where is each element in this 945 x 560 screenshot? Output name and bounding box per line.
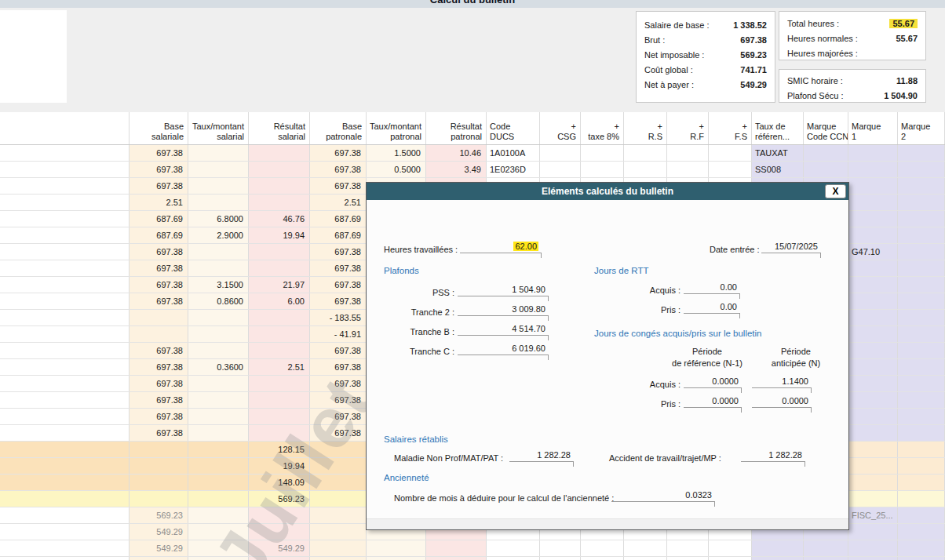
- table-cell[interactable]: [898, 491, 945, 507]
- table-cell[interactable]: [709, 557, 752, 560]
- table-cell[interactable]: [249, 376, 310, 391]
- table-cell[interactable]: 549.29: [130, 524, 188, 540]
- table-cell[interactable]: [0, 409, 130, 424]
- table-cell[interactable]: [898, 343, 945, 358]
- table-cell[interactable]: [249, 343, 310, 358]
- table-cell[interactable]: [752, 557, 804, 560]
- table-cell[interactable]: [898, 145, 945, 161]
- table-cell[interactable]: 2.51: [310, 195, 367, 210]
- table-cell[interactable]: [898, 178, 945, 194]
- table-cell[interactable]: [581, 557, 624, 560]
- table-cell[interactable]: 697.38: [310, 343, 367, 358]
- table-cell[interactable]: [898, 425, 945, 441]
- table-cell[interactable]: 2.51: [130, 195, 188, 210]
- table-cell[interactable]: [848, 227, 898, 243]
- table-cell[interactable]: 697.38: [130, 376, 188, 391]
- table-cell[interactable]: [898, 293, 945, 309]
- table-cell[interactable]: [848, 178, 898, 194]
- table-cell[interactable]: [898, 211, 945, 227]
- rtt-pris-field[interactable]: 0.00: [684, 301, 739, 314]
- table-cell[interactable]: 1.5000: [367, 145, 426, 161]
- table-cell[interactable]: [848, 260, 898, 276]
- table-cell[interactable]: [898, 409, 945, 424]
- table-cell[interactable]: [898, 392, 945, 408]
- table-cell[interactable]: [249, 178, 310, 194]
- table-cell[interactable]: [188, 392, 249, 408]
- table-cell[interactable]: 10.46: [426, 145, 487, 161]
- table-cell[interactable]: 19.94: [249, 227, 310, 243]
- table-cell[interactable]: 697.38: [130, 359, 188, 375]
- table-cell[interactable]: 697.38: [130, 392, 188, 408]
- table-cell[interactable]: [249, 310, 310, 325]
- table-cell[interactable]: [0, 178, 130, 194]
- table-cell[interactable]: [848, 277, 898, 293]
- table-cell[interactable]: 1E0236D: [487, 162, 540, 177]
- table-cell[interactable]: [0, 359, 130, 375]
- table-cell[interactable]: [898, 326, 945, 342]
- table-cell[interactable]: G47.10: [848, 244, 898, 260]
- table-cell[interactable]: [426, 557, 487, 560]
- table-cell[interactable]: [804, 145, 848, 161]
- table-cell[interactable]: [898, 442, 945, 457]
- table-cell[interactable]: 0.8600: [188, 293, 249, 309]
- table-cell[interactable]: [310, 557, 367, 560]
- table-cell[interactable]: FISC_25...: [848, 507, 898, 523]
- pss-field[interactable]: 1 504.90: [458, 284, 548, 296]
- close-icon[interactable]: X: [825, 184, 846, 198]
- table-cell[interactable]: [898, 260, 945, 276]
- table-cell[interactable]: [709, 540, 752, 556]
- table-cell[interactable]: [898, 359, 945, 375]
- table-cell[interactable]: [898, 227, 945, 243]
- table-cell[interactable]: [0, 442, 130, 457]
- table-cell[interactable]: [540, 145, 581, 161]
- table-cell[interactable]: [0, 293, 130, 309]
- table-cell[interactable]: 687.69: [310, 211, 367, 227]
- table-cell[interactable]: 3.1500: [188, 277, 249, 293]
- table-row[interactable]: 549.29549.29: [0, 540, 945, 557]
- table-cell[interactable]: [310, 540, 367, 556]
- table-cell[interactable]: [487, 540, 540, 556]
- table-cell[interactable]: [667, 145, 709, 161]
- table-cell[interactable]: [898, 376, 945, 391]
- table-cell[interactable]: [188, 409, 249, 424]
- table-cell[interactable]: [848, 409, 898, 424]
- table-row[interactable]: 697.38697.380.50003.491E0236DSS008: [0, 162, 945, 178]
- table-cell[interactable]: [188, 458, 249, 474]
- table-cell[interactable]: 1A0100A: [487, 145, 540, 161]
- table-cell[interactable]: [188, 195, 249, 210]
- table-cell[interactable]: [130, 458, 188, 474]
- trancheC-field[interactable]: 6 019.60: [458, 343, 548, 355]
- table-cell[interactable]: 2.9000: [188, 227, 249, 243]
- table-cell[interactable]: [130, 442, 188, 457]
- maladie-field[interactable]: 1 282.28: [509, 449, 573, 462]
- table-cell[interactable]: 0.5000: [367, 162, 426, 177]
- table-cell[interactable]: [898, 162, 945, 177]
- table-cell[interactable]: [540, 162, 581, 177]
- table-cell[interactable]: [0, 475, 130, 490]
- table-cell[interactable]: 697.38: [130, 162, 188, 177]
- table-cell[interactable]: [898, 277, 945, 293]
- table-cell[interactable]: [709, 162, 752, 177]
- table-cell[interactable]: 687.69: [130, 227, 188, 243]
- table-row[interactable]: 697.38697.381.500010.461A0100ATAUXAT: [0, 145, 945, 162]
- table-cell[interactable]: [848, 162, 898, 177]
- table-cell[interactable]: - 183.55: [310, 310, 367, 325]
- table-cell[interactable]: 697.38: [130, 260, 188, 276]
- table-cell[interactable]: [0, 343, 130, 358]
- table-cell[interactable]: [188, 326, 249, 342]
- table-cell[interactable]: 697.38: [130, 277, 188, 293]
- table-cell[interactable]: [898, 540, 945, 556]
- table-cell[interactable]: [752, 540, 804, 556]
- conges-acquis-n-field[interactable]: 1.1400: [752, 376, 811, 388]
- table-cell[interactable]: [0, 211, 130, 227]
- table-cell[interactable]: [848, 195, 898, 210]
- table-cell[interactable]: 697.38: [310, 277, 367, 293]
- table-cell[interactable]: [848, 376, 898, 391]
- table-cell[interactable]: [540, 540, 581, 556]
- table-cell[interactable]: 697.38: [130, 409, 188, 424]
- table-cell[interactable]: [426, 540, 487, 556]
- table-cell[interactable]: [804, 162, 848, 177]
- anciennete-field[interactable]: 0.0323: [611, 489, 714, 502]
- table-cell[interactable]: [624, 162, 667, 177]
- table-cell[interactable]: 697.38: [130, 244, 188, 260]
